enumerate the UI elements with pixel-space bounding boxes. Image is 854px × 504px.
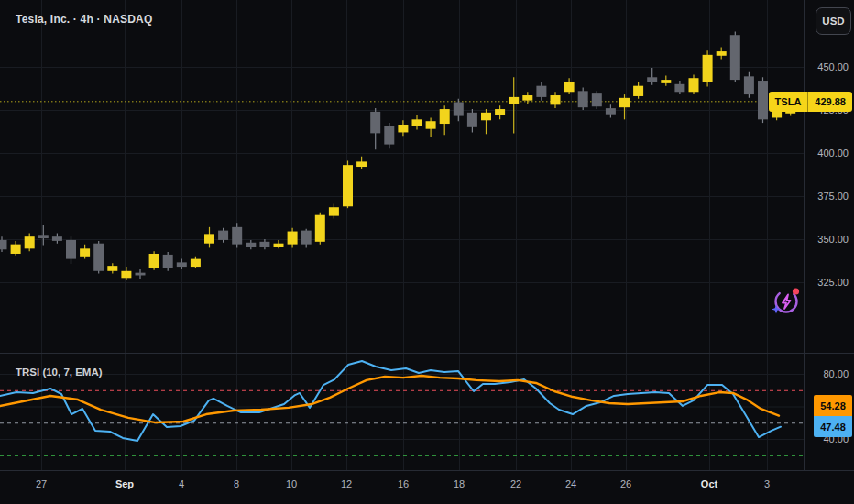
symbol-badge-label: TSLA <box>769 92 808 112</box>
indicator-title[interactable]: TRSI (10, 7, EMA) <box>16 367 103 378</box>
indicator-trsi-value-badge: 47.48 <box>814 416 852 437</box>
sparkle-icon <box>772 305 781 314</box>
indicator-pane[interactable] <box>0 353 804 470</box>
notification-dot <box>793 288 799 294</box>
symbol-title[interactable]: Tesla, Inc. · 4h · NASDAQ <box>16 13 152 26</box>
lightning-bolt-icon <box>783 295 791 310</box>
time-scale[interactable] <box>0 470 804 504</box>
last-price-label: 429.88 <box>808 92 852 112</box>
trading-chart-window: 450.00425.00400.00375.00350.00325.0080.0… <box>0 0 854 504</box>
main-price-pane[interactable] <box>0 0 804 353</box>
indicator-ema-value-badge: 54.28 <box>814 395 852 416</box>
symbol-price-badge[interactable]: TSLA 429.88 <box>769 92 852 112</box>
ai-assistant-icon[interactable] <box>768 282 805 319</box>
currency-button[interactable]: USD <box>816 7 851 35</box>
